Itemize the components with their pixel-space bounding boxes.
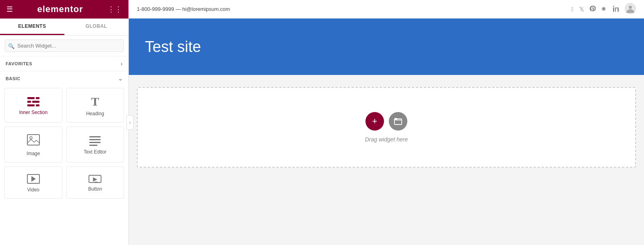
heading-icon: T (91, 96, 99, 108)
facebook-icon[interactable]:  (572, 6, 574, 12)
contact-info: 1-800-999-9999 — hi@loremipsum.com (137, 6, 230, 12)
search-wrapper: 🔍 (5, 39, 124, 52)
widget-button[interactable]: ▶̲ Button (66, 166, 124, 199)
widget-video[interactable]: Video (4, 166, 62, 199)
hamburger-menu-icon[interactable]: ☰ (6, 5, 13, 14)
sidebar-topbar: ☰ elementor ⋮⋮ (0, 0, 128, 19)
chevron-down-icon: ⌄ (118, 75, 123, 82)
svg-point-4 (613, 6, 614, 7)
widget-text-editor-label: Text Editor (84, 149, 107, 155)
inner-section-icon (27, 97, 39, 106)
main-area: 1-800-999-9999 — hi@loremipsum.com  𝕏 ✺… (129, 0, 644, 245)
tab-elements[interactable]: ELEMENTS (0, 19, 64, 35)
widget-image[interactable]: Image (4, 127, 62, 162)
button-icon: ▶̲ (89, 175, 101, 183)
drop-zone: + Drag widget here (137, 87, 636, 168)
main-topbar: 1-800-999-9999 — hi@loremipsum.com  𝕏 ✺ (129, 0, 644, 19)
drop-zone-actions: + (365, 112, 407, 131)
site-title: Test site (145, 38, 201, 56)
widget-inner-section[interactable]: Inner Section (4, 88, 62, 122)
grid-icon[interactable]: ⋮⋮ (107, 5, 122, 14)
tab-global[interactable]: GLOBAL (64, 19, 129, 35)
pinterest-icon[interactable] (590, 6, 596, 13)
svg-rect-0 (27, 135, 39, 145)
social-icons-container:  𝕏 ✺ (572, 3, 636, 15)
canvas-area: + Drag widget here (129, 75, 644, 245)
text-editor-icon (89, 136, 101, 146)
svg-point-1 (30, 137, 32, 139)
add-widget-button[interactable]: + (365, 112, 384, 131)
hero-section: Test site (129, 19, 644, 75)
favorites-label: FAVORITES (6, 61, 32, 66)
drag-hint-text: Drag widget here (365, 136, 408, 143)
favorites-section[interactable]: FAVORITES › (0, 56, 128, 71)
svg-text:✺: ✺ (601, 6, 606, 12)
collapse-sidebar-handle[interactable]: ‹ (126, 115, 134, 130)
widget-inner-section-label: Inner Section (19, 110, 47, 115)
svg-rect-3 (613, 7, 614, 12)
linkedin-icon[interactable] (613, 6, 619, 13)
sidebar-tabs: ELEMENTS GLOBAL (0, 19, 128, 35)
search-icon: 🔍 (8, 43, 14, 49)
svg-rect-8 (394, 118, 397, 120)
basic-label: BASIC (6, 76, 21, 81)
widget-text-editor[interactable]: Text Editor (66, 127, 124, 162)
image-icon (27, 134, 40, 147)
widget-image-label: Image (27, 151, 40, 156)
widget-video-label: Video (27, 187, 39, 193)
template-library-button[interactable] (389, 112, 407, 131)
sidebar: ☰ elementor ⋮⋮ ELEMENTS GLOBAL 🔍 FAVORIT… (0, 0, 129, 245)
elementor-logo: elementor (37, 4, 83, 15)
widget-button-label: Button (88, 186, 102, 192)
widget-grid: Inner Section T Heading Image (0, 86, 128, 201)
twitter-icon[interactable]: 𝕏 (579, 6, 584, 13)
avatar-circle-icon[interactable] (625, 3, 636, 15)
search-input[interactable] (5, 39, 124, 52)
widget-heading[interactable]: T Heading (66, 88, 124, 122)
search-container: 🔍 (0, 35, 128, 56)
widget-heading-label: Heading (86, 111, 104, 116)
chevron-right-icon: › (121, 60, 123, 67)
svg-point-6 (629, 6, 632, 9)
video-icon (27, 174, 40, 184)
yelp-icon[interactable]: ✺ (601, 6, 607, 13)
basic-section-header[interactable]: BASIC ⌄ (0, 71, 128, 86)
svg-rect-7 (394, 119, 402, 125)
